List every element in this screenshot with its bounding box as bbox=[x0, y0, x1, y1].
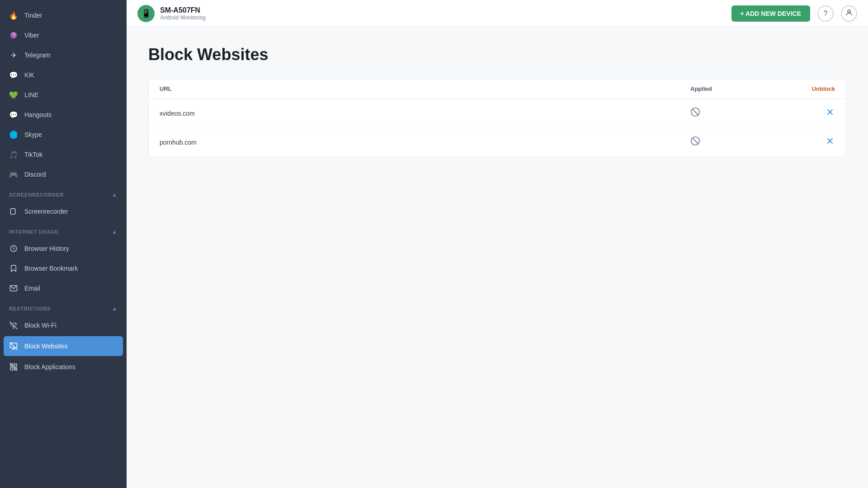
block-apps-icon bbox=[9, 362, 18, 371]
help-button[interactable]: ? bbox=[817, 5, 834, 22]
sidebar: 🔥 Tinder Viber ✈ Telegram 💬 KiK 💚 LINE 💬… bbox=[0, 0, 127, 488]
add-device-button[interactable]: + ADD NEW DEVICE bbox=[731, 5, 810, 22]
remove-button-2[interactable] bbox=[825, 136, 835, 148]
skype-icon bbox=[9, 130, 18, 139]
applied-cell-1 bbox=[690, 107, 781, 119]
block-websites-table: URL Applied Unblock xvideos.com bbox=[148, 79, 846, 157]
sidebar-item-skype[interactable]: Skype bbox=[0, 125, 127, 145]
action-cell-2 bbox=[781, 136, 835, 148]
sidebar-item-kik[interactable]: 💬 KiK bbox=[0, 65, 127, 85]
hangouts-icon: 💬 bbox=[9, 110, 18, 119]
sidebar-item-block-wifi[interactable]: Block Wi-Fi bbox=[0, 315, 127, 335]
sidebar-item-browser-bookmark[interactable]: Browser Bookmark bbox=[0, 258, 127, 278]
chevron-up-icon-restrictions: ▲ bbox=[112, 305, 118, 312]
block-applied-icon-2 bbox=[690, 136, 700, 148]
screenrecorder-icon bbox=[9, 207, 18, 216]
sidebar-item-browser-history[interactable]: Browser History bbox=[0, 239, 127, 258]
sidebar-label-line: LINE bbox=[24, 91, 38, 99]
svg-point-0 bbox=[10, 32, 17, 39]
sidebar-label-viber: Viber bbox=[24, 32, 39, 39]
telegram-icon: ✈ bbox=[9, 51, 18, 60]
col-unblock: Unblock bbox=[781, 85, 835, 92]
remove-button-1[interactable] bbox=[825, 107, 835, 119]
svg-line-16 bbox=[10, 363, 18, 371]
url-cell-2: pornhub.com bbox=[160, 139, 690, 146]
svg-point-17 bbox=[848, 10, 850, 13]
user-profile-button[interactable] bbox=[841, 5, 857, 22]
table-row: pornhub.com bbox=[149, 128, 846, 156]
main-area: 📱 SM-A507FN Android Monitoring + ADD NEW… bbox=[127, 0, 868, 488]
svg-rect-14 bbox=[10, 368, 13, 370]
device-icon: 📱 bbox=[137, 5, 155, 22]
sidebar-item-viber[interactable]: Viber bbox=[0, 25, 127, 45]
topbar: 📱 SM-A507FN Android Monitoring + ADD NEW… bbox=[127, 0, 868, 27]
sidebar-scroll: 🔥 Tinder Viber ✈ Telegram 💬 KiK 💚 LINE 💬… bbox=[0, 0, 127, 488]
bookmark-icon bbox=[9, 264, 18, 273]
discord-icon: 🎮 bbox=[9, 170, 18, 179]
sidebar-label-telegram: Telegram bbox=[24, 52, 51, 59]
applied-cell-2 bbox=[690, 136, 781, 148]
section-header-restrictions: RESTRICTIONS ▲ bbox=[0, 298, 127, 315]
device-info: 📱 SM-A507FN Android Monitoring bbox=[137, 5, 206, 22]
content-area: Block Websites URL Applied Unblock xvide… bbox=[127, 27, 868, 488]
action-cell-1 bbox=[781, 107, 835, 119]
svg-point-7 bbox=[13, 328, 14, 328]
sidebar-item-telegram[interactable]: ✈ Telegram bbox=[0, 45, 127, 65]
sidebar-label-discord: Discord bbox=[24, 171, 46, 178]
col-url: URL bbox=[160, 85, 690, 92]
sidebar-item-discord[interactable]: 🎮 Discord bbox=[0, 164, 127, 184]
sidebar-label-block-wifi: Block Wi-Fi bbox=[24, 322, 57, 329]
device-name: SM-A507FN bbox=[160, 6, 206, 14]
section-header-screenrecorder: SCREENRECORDER ▲ bbox=[0, 184, 127, 202]
sidebar-label-tinder: Tinder bbox=[24, 12, 42, 19]
table-header: URL Applied Unblock bbox=[149, 79, 846, 99]
sidebar-label-block-applications: Block Applications bbox=[24, 363, 75, 371]
sidebar-label-skype: Skype bbox=[24, 131, 42, 138]
line-icon: 💚 bbox=[9, 90, 18, 99]
svg-line-23 bbox=[693, 138, 698, 144]
clock-icon bbox=[9, 244, 18, 253]
sidebar-item-hangouts[interactable]: 💬 Hangouts bbox=[0, 105, 127, 125]
sidebar-label-kik: KiK bbox=[24, 71, 34, 79]
sidebar-label-tiktok: TikTok bbox=[24, 151, 42, 158]
sidebar-item-line[interactable]: 💚 LINE bbox=[0, 85, 127, 105]
tinder-icon: 🔥 bbox=[9, 11, 18, 20]
section-header-internet-usage: INTERNET USAGE ▲ bbox=[0, 221, 127, 239]
viber-icon bbox=[9, 31, 18, 40]
svg-line-19 bbox=[693, 109, 698, 115]
chevron-up-icon: ▲ bbox=[112, 192, 118, 198]
url-cell-1: xvideos.com bbox=[160, 110, 690, 117]
user-icon bbox=[845, 9, 853, 19]
table-row: xvideos.com bbox=[149, 99, 846, 128]
chevron-up-icon-internet: ▲ bbox=[112, 229, 118, 235]
sidebar-label-screenrecorder: Screenrecorder bbox=[24, 208, 68, 215]
sidebar-item-block-websites[interactable]: Block Websites bbox=[4, 336, 123, 356]
sidebar-item-email[interactable]: Email bbox=[0, 278, 127, 298]
topbar-right: + ADD NEW DEVICE ? bbox=[731, 5, 857, 22]
sidebar-item-block-applications[interactable]: Block Applications bbox=[0, 357, 127, 377]
block-websites-icon bbox=[9, 342, 18, 351]
block-applied-icon-1 bbox=[690, 107, 700, 119]
tiktok-icon: 🎵 bbox=[9, 150, 18, 159]
sidebar-item-tinder[interactable]: 🔥 Tinder bbox=[0, 5, 127, 25]
email-icon bbox=[9, 284, 18, 293]
svg-rect-1 bbox=[10, 209, 15, 214]
svg-rect-13 bbox=[14, 364, 17, 366]
sidebar-label-hangouts: Hangouts bbox=[24, 111, 52, 118]
device-type: Android Monitoring bbox=[160, 14, 206, 21]
sidebar-item-tiktok[interactable]: 🎵 TikTok bbox=[0, 145, 127, 164]
page-title: Block Websites bbox=[148, 45, 846, 64]
sidebar-item-screenrecorder[interactable]: Screenrecorder bbox=[0, 202, 127, 221]
wifi-block-icon bbox=[9, 321, 18, 330]
sidebar-label-block-websites: Block Websites bbox=[24, 343, 67, 350]
sidebar-label-email: Email bbox=[24, 285, 40, 292]
sidebar-label-browser-history: Browser History bbox=[24, 245, 69, 252]
kik-icon: 💬 bbox=[9, 70, 18, 80]
help-icon: ? bbox=[824, 9, 828, 18]
col-applied: Applied bbox=[690, 85, 781, 92]
sidebar-label-browser-bookmark: Browser Bookmark bbox=[24, 265, 78, 272]
